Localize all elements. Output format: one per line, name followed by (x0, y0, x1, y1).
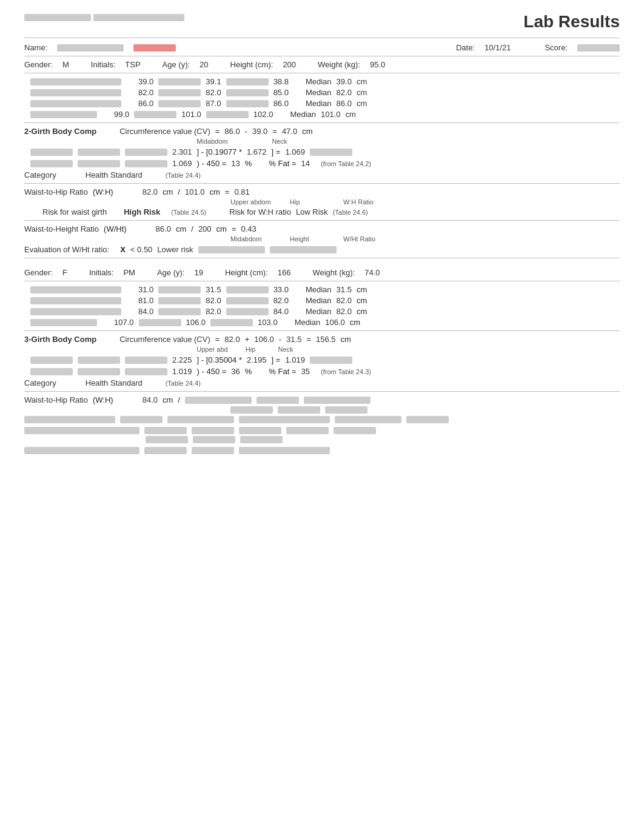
name-label: Name: (24, 43, 47, 52)
median-label-4: Median (290, 110, 316, 119)
meas2-m2: 82.0 (206, 88, 221, 97)
p2-cv-plus: + (245, 335, 250, 344)
p2-cv-label: Circumference value (CV) (119, 335, 210, 344)
p2-divider3 (24, 391, 620, 392)
p2-meas4-icon (139, 319, 181, 326)
formula-blurred-3 (125, 149, 167, 156)
person2-demographics: Gender: F Initials: PM Age (y): 19 Heigh… (24, 268, 620, 277)
risk-waist-label: Risk for waist girth (24, 207, 107, 216)
median-label-1: Median (306, 77, 332, 86)
p2-whr-section: Waist-to-Hip Ratio (W:H) 84.0 cm / (24, 395, 620, 454)
unit-3: cm (357, 99, 367, 108)
meas2-m3: 85.0 (273, 88, 289, 97)
p2-meas2-m1: 81.0 (138, 296, 153, 305)
person1-demographics: Gender: M Initials: TSP Age (y): 20 Heig… (24, 60, 620, 69)
unit-4: cm (346, 110, 356, 119)
p2-gender-value: F (62, 268, 67, 277)
p2-meas1-m2: 31.5 (206, 285, 221, 294)
p2-log-val: 1.019 (172, 367, 192, 376)
meas2-icon2 (226, 89, 269, 96)
p2-height-value: 166 (278, 268, 291, 277)
meas1-icon2 (226, 78, 269, 86)
whr-code: (W:H) (93, 187, 113, 196)
p2-whr-slash: / (178, 395, 180, 404)
formula-blurred-2 (78, 149, 120, 156)
meas1-m3: 38.8 (273, 77, 289, 86)
whr-sub1: Upper abdom (230, 198, 285, 206)
p2-median-val-1: 31.5 (337, 285, 352, 294)
risk-waist-val: High Risk (124, 207, 160, 216)
p2-fat-val: 35 (301, 367, 310, 376)
p2-wht-blurred-1 (24, 427, 139, 434)
score-value (577, 44, 620, 52)
meas3-icon2 (226, 100, 269, 107)
wht-slash: / (191, 224, 193, 233)
p2-median-val-2: 82.0 (337, 296, 352, 305)
divider3 (24, 122, 620, 123)
meas4-m1: 99.0 (114, 110, 129, 119)
p2-meas-label-3 (30, 308, 121, 315)
meas1-m2: 39.1 (206, 77, 221, 86)
p2-cv-val2: 106.0 (254, 335, 274, 344)
person1-name-value (57, 44, 124, 52)
p2-weight-value: 74.0 (364, 268, 380, 277)
date-value: 10/1/21 (485, 43, 511, 52)
category-row: Category Health Standard (Table 24.4) (24, 170, 620, 179)
p2-wht-sub3 (240, 436, 283, 443)
p2-meas-label-2 (30, 297, 121, 304)
median-label-3: Median (306, 99, 332, 108)
p2-meas-row-4: 107.0 106.0 103.0 Median 106.0 cm (24, 318, 620, 327)
height-value: 200 (283, 60, 296, 69)
wht-eval-row: Evaluation of W/Ht ratio: X < 0.50 Lower… (24, 245, 620, 254)
p2-wht-section (24, 427, 620, 434)
person1-section: Name: Date: 10/1/21 Score: Gender: M Ini… (24, 43, 620, 258)
cv-unit: cm (302, 127, 312, 136)
wht-val2: 200 (198, 224, 212, 233)
p2-cv-sub1: Upper abd (194, 346, 230, 353)
p2-whr-sub3 (325, 406, 367, 414)
p2-eval-blurred-1 (24, 447, 139, 454)
p2-formula-eq: ] = (272, 355, 281, 364)
wht-sub1: Midabdom (230, 235, 285, 243)
person1-name-row: Name: Date: 10/1/21 Score: (24, 43, 620, 52)
header-title-row (24, 14, 184, 21)
body-comp-label: 2-Girth Body Comp (24, 127, 96, 136)
p2-whr-label: Waist-to-Hip Ratio (24, 395, 88, 404)
height-label: Height (cm): (230, 60, 273, 69)
p2-cv-val3: 31.5 (286, 335, 301, 344)
p2-meas4-m3: 103.0 (258, 318, 278, 327)
p2-formula-blurred-1 (30, 357, 73, 364)
p2-age-value: 19 (194, 268, 203, 277)
cv-eq2: = (272, 127, 277, 136)
p2-meas2-icon (158, 297, 201, 304)
p2-whr-sub2 (278, 406, 320, 414)
p2-whr-blurred-2 (257, 397, 299, 404)
p2-divider1 (24, 281, 620, 281)
p2-cv-eq: = (215, 335, 220, 344)
person1-name-extra (133, 44, 176, 52)
risk-whr-val: Low Risk (296, 207, 328, 216)
meas-label-4 (30, 111, 97, 118)
log-eq: ) - 450 = (197, 159, 227, 168)
weight-value: 95.0 (370, 60, 385, 69)
meas4-icon (134, 111, 176, 118)
p2-meas2-m3: 82.0 (273, 296, 289, 305)
wht-sub2: Height (290, 235, 338, 243)
p2-meas-row-1: 31.0 31.5 33.0 Median 31.5 cm (24, 285, 620, 294)
p2-wht-blurred-2 (144, 427, 187, 434)
wht-val1: 86.0 (156, 224, 171, 233)
formula-val1: 2.301 (172, 147, 192, 156)
wht-x: X (120, 245, 126, 254)
wht-label: Waist-to-Height Ratio (24, 224, 99, 233)
log-row: 1.069 ) - 450 = 13 % % Fat = 14 (from Ta… (24, 159, 620, 168)
p2-whr-blurred-1 (185, 397, 252, 404)
p2-meas4-icon2 (210, 319, 253, 326)
p2-risk-blurred-5 (335, 416, 401, 423)
risk-whr-label: Risk for W:H ratio (229, 207, 291, 216)
p2-median-label-4: Median (295, 318, 321, 327)
divider4 (24, 183, 620, 184)
wht-result-label: W/Ht Ratio (343, 235, 375, 243)
p2-meas2-icon2 (226, 297, 269, 304)
percent-sym: % (245, 159, 252, 168)
p2-percent-sym: % (245, 367, 252, 376)
